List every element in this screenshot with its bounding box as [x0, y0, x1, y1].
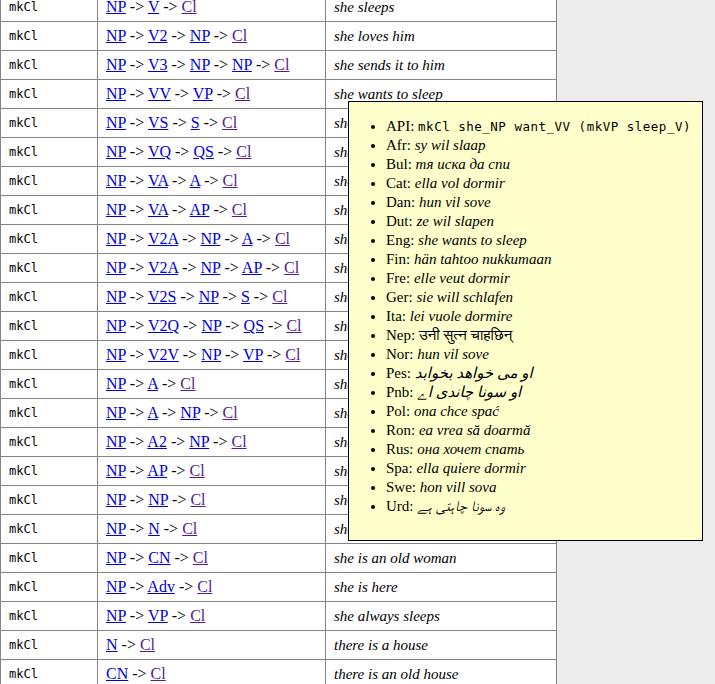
category-link[interactable]: NP	[106, 172, 126, 189]
category-link[interactable]: VA	[148, 201, 168, 218]
category-link[interactable]: Cl	[190, 462, 205, 479]
category-link[interactable]: N	[106, 636, 118, 653]
category-link[interactable]: Cl	[275, 230, 290, 247]
category-link[interactable]: NP	[201, 230, 221, 247]
category-link[interactable]: Cl	[182, 520, 197, 537]
category-link[interactable]: Cl	[193, 549, 208, 566]
category-link[interactable]: VP	[148, 607, 168, 624]
category-link[interactable]: NP	[201, 346, 221, 363]
category-link[interactable]: Cl	[140, 636, 155, 653]
category-link[interactable]: Cl	[274, 56, 289, 73]
category-link[interactable]: NP	[190, 27, 210, 44]
category-link[interactable]: NP	[199, 288, 219, 305]
category-link[interactable]: Cl	[235, 85, 250, 102]
category-link[interactable]: NP	[189, 433, 209, 450]
category-link[interactable]: NP	[106, 230, 126, 247]
category-link[interactable]: Cl	[190, 607, 205, 624]
category-link[interactable]: Cl	[223, 172, 238, 189]
category-link[interactable]: A	[242, 230, 253, 247]
category-link[interactable]: NP	[201, 317, 221, 334]
example-cell: there is a house	[326, 631, 557, 660]
category-link[interactable]: VS	[148, 114, 168, 131]
category-link[interactable]: NP	[106, 578, 126, 595]
category-link[interactable]: NP	[232, 56, 252, 73]
category-link[interactable]: Cl	[284, 259, 299, 276]
category-link[interactable]: AP	[147, 462, 167, 479]
category-link[interactable]: Cl	[151, 665, 166, 682]
category-link[interactable]: NP	[106, 375, 126, 392]
category-link[interactable]: Adv	[147, 578, 175, 595]
category-link[interactable]: N	[148, 520, 160, 537]
category-link[interactable]: NP	[106, 491, 126, 508]
category-link[interactable]: A	[147, 404, 158, 421]
table-row: mkClNP -> V3 -> NP -> NP -> Clshe sends …	[1, 51, 557, 80]
category-link[interactable]: Cl	[272, 288, 287, 305]
category-link[interactable]: NP	[106, 27, 126, 44]
category-link[interactable]: QS	[193, 143, 213, 160]
category-link[interactable]: NP	[106, 56, 126, 73]
function-name-cell: mkCl	[1, 399, 98, 428]
category-link[interactable]: V3	[148, 56, 168, 73]
category-link[interactable]: NP	[106, 346, 126, 363]
category-link[interactable]: Cl	[197, 578, 212, 595]
category-link[interactable]: V2	[148, 27, 168, 44]
category-link[interactable]: S	[191, 114, 200, 131]
category-link[interactable]: VP	[243, 346, 263, 363]
category-link[interactable]: Cl	[182, 0, 197, 15]
category-link[interactable]: Cl	[232, 201, 247, 218]
category-link[interactable]: A	[190, 172, 201, 189]
category-link[interactable]: S	[241, 288, 250, 305]
category-link[interactable]: V	[148, 0, 159, 15]
category-link[interactable]: Cl	[285, 346, 300, 363]
category-link[interactable]: NP	[106, 404, 126, 421]
category-link[interactable]: Cl	[180, 375, 195, 392]
category-link[interactable]: CN	[148, 549, 170, 566]
translation-item: Pol: ona chce spać	[386, 402, 696, 420]
translation-item: Afr: sy wil slaap	[386, 136, 696, 154]
category-link[interactable]: AP	[242, 259, 262, 276]
category-link[interactable]: V2A	[148, 230, 178, 247]
category-link[interactable]: VQ	[148, 143, 171, 160]
category-link[interactable]: NP	[106, 433, 126, 450]
language-label: Cat:	[386, 175, 415, 191]
category-link[interactable]: CN	[106, 665, 128, 682]
category-link[interactable]: NP	[201, 259, 221, 276]
category-link[interactable]: A	[147, 375, 158, 392]
category-link[interactable]: NP	[106, 201, 126, 218]
language-label: Eng:	[386, 232, 418, 248]
category-link[interactable]: NP	[106, 520, 126, 537]
category-link[interactable]: Cl	[222, 114, 237, 131]
category-link[interactable]: V2V	[148, 346, 179, 363]
category-link[interactable]: NP	[106, 114, 126, 131]
category-link[interactable]: NP	[148, 491, 168, 508]
category-link[interactable]: NP	[106, 259, 126, 276]
category-link[interactable]: NP	[106, 85, 126, 102]
category-link[interactable]: NP	[106, 143, 126, 160]
category-link[interactable]: AP	[190, 201, 210, 218]
category-link[interactable]: NP	[106, 607, 126, 624]
category-link[interactable]: Cl	[231, 433, 246, 450]
category-link[interactable]: NP	[180, 404, 200, 421]
category-link[interactable]: NP	[106, 549, 126, 566]
category-link[interactable]: NP	[106, 288, 126, 305]
rule-signature-cell: NP -> V2V -> NP -> VP -> Cl	[98, 341, 326, 370]
category-link[interactable]: VV	[148, 85, 171, 102]
category-link[interactable]: V2Q	[148, 317, 179, 334]
category-link[interactable]: NP	[106, 0, 126, 15]
category-link[interactable]: V2S	[148, 288, 176, 305]
rule-signature-cell: NP -> Adv -> Cl	[98, 573, 326, 602]
category-link[interactable]: Cl	[236, 143, 251, 160]
category-link[interactable]: Cl	[223, 404, 238, 421]
example-text: she is here	[334, 579, 398, 595]
category-link[interactable]: QS	[244, 317, 264, 334]
category-link[interactable]: Cl	[190, 491, 205, 508]
category-link[interactable]: NP	[190, 56, 210, 73]
category-link[interactable]: VP	[193, 85, 213, 102]
category-link[interactable]: Cl	[232, 27, 247, 44]
category-link[interactable]: Cl	[286, 317, 301, 334]
category-link[interactable]: NP	[106, 462, 126, 479]
category-link[interactable]: A2	[147, 433, 167, 450]
category-link[interactable]: VA	[148, 172, 168, 189]
category-link[interactable]: V2A	[148, 259, 178, 276]
category-link[interactable]: NP	[106, 317, 126, 334]
